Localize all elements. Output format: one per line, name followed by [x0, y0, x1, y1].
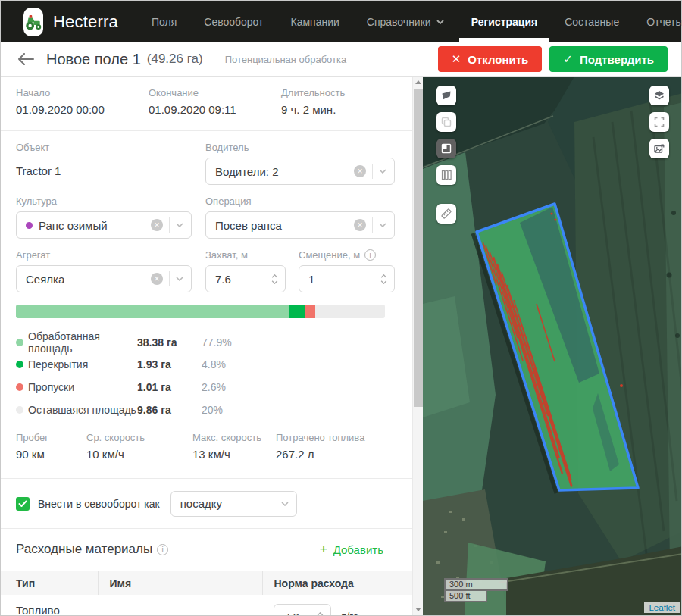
scroll-down-arrow[interactable]	[413, 604, 423, 615]
clear-icon[interactable]: ×	[151, 273, 163, 285]
app-header: Hecterra Поля Севооборот Кампании Справо…	[1, 1, 681, 42]
map-tools-right	[649, 86, 669, 158]
operation-select[interactable]: Посев рапса ×	[205, 211, 395, 239]
legend-row-processed: Обработанная площадь 38.38 га 77.9%	[16, 330, 400, 353]
duration: Длительность 9 ч. 2 мин.	[281, 87, 412, 117]
materials-table: Тип Имя Норма расхода Топливо	[1, 571, 412, 615]
clear-icon[interactable]: ×	[354, 165, 366, 177]
stepper-arrows[interactable]	[317, 612, 324, 616]
crop-rotation-section: Внести в севооборот как посадку	[1, 479, 412, 529]
overlaps-dot	[16, 361, 23, 368]
clear-icon[interactable]: ×	[151, 219, 163, 231]
layers-control[interactable]	[649, 86, 669, 105]
nav-campaigns[interactable]: Кампании	[283, 1, 347, 42]
add-material-button[interactable]: + Добавить	[320, 541, 383, 558]
back-button[interactable]	[17, 53, 34, 65]
arrow-left-icon	[17, 53, 34, 65]
materials-title: Расходные материалы	[16, 542, 152, 557]
overlap-icon	[440, 116, 452, 128]
field-polygon-tool[interactable]	[436, 86, 456, 105]
chevron-down-icon[interactable]	[176, 223, 183, 227]
working-width-input[interactable]	[206, 273, 271, 286]
remaining-dot	[16, 406, 23, 414]
chevron-down-icon[interactable]	[379, 223, 386, 227]
table-row: Топливо	[1, 595, 412, 615]
materials-section: Расходные материалы i + Добавить Тип Имя	[1, 529, 412, 615]
fullscreen-icon	[653, 116, 665, 128]
ruler-icon	[440, 208, 452, 220]
legend-row-overlaps: Перекрытия 1.93 га 4.8%	[16, 353, 400, 376]
info-icon[interactable]: i	[364, 249, 376, 261]
offset-field: Смещение, мi	[299, 249, 400, 292]
material-type: Топливо	[1, 595, 98, 615]
check-icon: ✓	[563, 52, 573, 66]
rotation-type-select[interactable]: посадку	[170, 491, 297, 517]
info-icon[interactable]: i	[157, 544, 168, 555]
unit-value: Tractor 1	[16, 158, 205, 185]
rotation-checkbox[interactable]	[16, 497, 30, 511]
col-rate: Норма расхода	[262, 571, 412, 595]
leaflet-attribution[interactable]: Leaflet	[644, 602, 680, 613]
avg-speed-stat: Ср. скорость 10 км/ч	[86, 432, 192, 461]
status-label: Потенциальная обработка	[225, 54, 347, 65]
material-name	[98, 595, 262, 615]
nav-fields[interactable]: Поля	[144, 1, 184, 42]
col-name: Имя	[98, 571, 262, 595]
driver-field: Водитель Водители: 2 ×	[205, 142, 395, 185]
sections-icon	[440, 142, 452, 155]
chevron-down-icon[interactable]	[281, 502, 289, 506]
nav-registration[interactable]: Регистрация	[464, 1, 546, 42]
chevron-down-icon[interactable]	[176, 277, 183, 281]
overlap-tool[interactable]	[436, 112, 456, 132]
reject-button[interactable]: ✕ Отклонить	[438, 46, 543, 72]
tracks-tool[interactable]	[436, 165, 456, 185]
max-speed-stat: Макс. скорость 13 км/ч	[192, 432, 276, 461]
offset-input[interactable]	[299, 273, 380, 286]
clear-icon[interactable]: ×	[354, 219, 366, 231]
scroll-up-arrow[interactable]	[413, 77, 423, 88]
start-time: Начало 01.09.2020 00:00	[16, 87, 149, 117]
nav-crop-rotation[interactable]: Севооборот	[196, 1, 271, 42]
hecterra-app: Hecterra Поля Севооборот Кампании Справо…	[0, 0, 682, 616]
rate-input[interactable]	[274, 611, 317, 616]
processed-dot	[16, 339, 23, 346]
stepper-arrows[interactable]	[380, 274, 387, 284]
time-section: Начало 01.09.2020 00:00 Окончание 01.09.…	[1, 77, 412, 131]
export-image-icon	[653, 142, 665, 155]
coverage-progress-bar	[16, 305, 385, 318]
page-toolbar: Новое поле 1 (49.26 га) Потенциальная об…	[1, 42, 681, 77]
implement-field: Агрегат Сеялка ×	[16, 249, 205, 292]
scale-metric: 300 m	[444, 578, 508, 591]
rate-unit: л/га	[340, 611, 359, 615]
sections-tool[interactable]	[436, 139, 456, 158]
trip-stats: Пробег 90 км Ср. скорость 10 км/ч Макс. …	[16, 432, 400, 461]
panel-scrollbar[interactable]	[412, 77, 423, 615]
culture-select[interactable]: Рапс озимый ×	[16, 211, 192, 239]
app-logo[interactable]	[23, 8, 43, 36]
nav-references[interactable]: Справочники	[359, 1, 452, 42]
map-tools-left	[436, 86, 456, 224]
export-image-control[interactable]	[649, 139, 669, 158]
stepper-arrows[interactable]	[271, 274, 278, 284]
operation-field: Операция Посев рапса ×	[205, 195, 395, 239]
implement-select[interactable]: Сеялка ×	[16, 265, 192, 292]
fullscreen-control[interactable]	[649, 112, 669, 132]
fuel-stat: Потрачено топлива 267.2 л	[276, 432, 400, 461]
measure-tool[interactable]	[436, 204, 456, 224]
page-title: Новое поле 1	[46, 51, 141, 68]
map-view[interactable]: 300 m 500 ft Leaflet	[423, 77, 681, 615]
nav-reports[interactable]: Отчеты	[639, 1, 682, 42]
field-polygon-icon	[440, 89, 452, 102]
nav-composite[interactable]: Составные	[557, 1, 627, 42]
driver-select[interactable]: Водители: 2 ×	[205, 158, 395, 185]
scrollbar-thumb[interactable]	[414, 89, 423, 407]
coverage-legend: Обработанная площадь 38.38 га 77.9% Пере…	[16, 330, 400, 421]
main-nav: Поля Севооборот Кампании Справочники Рег…	[138, 1, 682, 42]
gaps-dot	[16, 383, 23, 391]
operation-section: Объект Tractor 1 Водитель Водители: 2 ×	[1, 131, 412, 479]
legend-row-remaining: Оставшаяся площадь 9.86 га 20%	[16, 399, 400, 421]
scale-imperial: 500 ft	[444, 591, 487, 602]
mileage-stat: Пробег 90 км	[16, 432, 86, 461]
confirm-button[interactable]: ✓ Подтвердить	[549, 46, 668, 72]
chevron-down-icon[interactable]	[379, 169, 386, 174]
